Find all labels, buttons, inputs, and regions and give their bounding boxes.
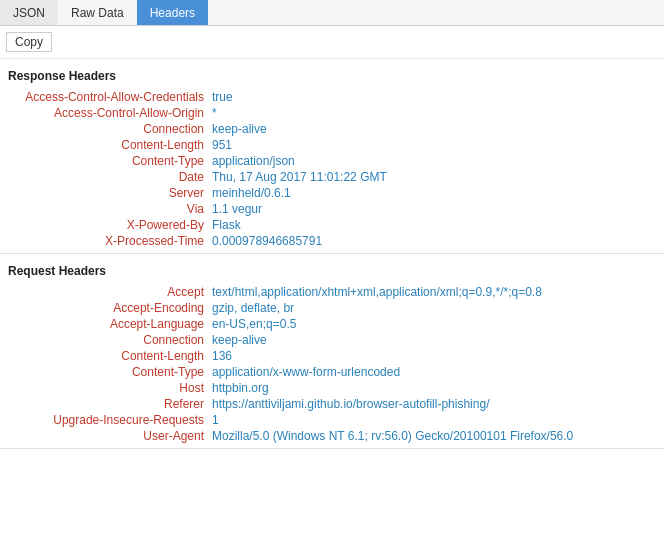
header-key: Content-Type — [8, 364, 208, 380]
response-headers-table: Access-Control-Allow-CredentialstrueAcce… — [8, 89, 656, 249]
table-row: Upgrade-Insecure-Requests1 — [8, 412, 656, 428]
header-key: X-Powered-By — [8, 217, 208, 233]
header-value: * — [208, 105, 656, 121]
table-row: Via1.1 vegur — [8, 201, 656, 217]
header-value: keep-alive — [208, 121, 656, 137]
header-link[interactable]: https://anttiviljami.github.io/browser-a… — [212, 397, 489, 411]
header-key: Upgrade-Insecure-Requests — [8, 412, 208, 428]
table-row: X-Powered-ByFlask — [8, 217, 656, 233]
header-key: Referer — [8, 396, 208, 412]
header-value: 951 — [208, 137, 656, 153]
table-row: Hosthttpbin.org — [8, 380, 656, 396]
header-value: 136 — [208, 348, 656, 364]
header-value: Mozilla/5.0 (Windows NT 6.1; rv:56.0) Ge… — [208, 428, 656, 444]
table-row: Access-Control-Allow-Origin* — [8, 105, 656, 121]
header-value: Thu, 17 Aug 2017 11:01:22 GMT — [208, 169, 656, 185]
header-key: Content-Length — [8, 348, 208, 364]
header-key: Connection — [8, 332, 208, 348]
header-key: Accept-Encoding — [8, 300, 208, 316]
header-key: Accept-Language — [8, 316, 208, 332]
table-row: Refererhttps://anttiviljami.github.io/br… — [8, 396, 656, 412]
table-row: Content-Typeapplication/json — [8, 153, 656, 169]
header-key: Access-Control-Allow-Origin — [8, 105, 208, 121]
header-key: Access-Control-Allow-Credentials — [8, 89, 208, 105]
header-value: 1 — [208, 412, 656, 428]
table-row: Accepttext/html,application/xhtml+xml,ap… — [8, 284, 656, 300]
header-value: Flask — [208, 217, 656, 233]
header-value: application/json — [208, 153, 656, 169]
response-headers-title: Response Headers — [8, 69, 656, 83]
header-value: en-US,en;q=0.5 — [208, 316, 656, 332]
table-row: Content-Length136 — [8, 348, 656, 364]
header-value: application/x-www-form-urlencoded — [208, 364, 656, 380]
header-value: 1.1 vegur — [208, 201, 656, 217]
tab-bar: JSON Raw Data Headers — [0, 0, 664, 26]
header-key: Date — [8, 169, 208, 185]
header-value: true — [208, 89, 656, 105]
header-value[interactable]: https://anttiviljami.github.io/browser-a… — [208, 396, 656, 412]
request-headers-title: Request Headers — [8, 264, 656, 278]
request-headers-table: Accepttext/html,application/xhtml+xml,ap… — [8, 284, 656, 444]
header-key: Content-Length — [8, 137, 208, 153]
header-key: Host — [8, 380, 208, 396]
table-row: DateThu, 17 Aug 2017 11:01:22 GMT — [8, 169, 656, 185]
table-row: User-AgentMozilla/5.0 (Windows NT 6.1; r… — [8, 428, 656, 444]
tab-raw-data[interactable]: Raw Data — [58, 0, 137, 25]
table-row: Accept-Encodinggzip, deflate, br — [8, 300, 656, 316]
copy-button[interactable]: Copy — [6, 32, 52, 52]
header-key: User-Agent — [8, 428, 208, 444]
tab-json[interactable]: JSON — [0, 0, 58, 25]
header-value: meinheld/0.6.1 — [208, 185, 656, 201]
table-row: Connectionkeep-alive — [8, 332, 656, 348]
header-value: keep-alive — [208, 332, 656, 348]
request-headers-section: Request Headers Accepttext/html,applicat… — [0, 254, 664, 449]
header-link[interactable]: httpbin.org — [212, 381, 269, 395]
response-headers-section: Response Headers Access-Control-Allow-Cr… — [0, 59, 664, 254]
table-row: Servermeinheld/0.6.1 — [8, 185, 656, 201]
table-row: Connectionkeep-alive — [8, 121, 656, 137]
table-row: Accept-Languageen-US,en;q=0.5 — [8, 316, 656, 332]
table-row: X-Processed-Time0.000978946685791 — [8, 233, 656, 249]
table-row: Content-Length951 — [8, 137, 656, 153]
header-key: Content-Type — [8, 153, 208, 169]
table-row: Access-Control-Allow-Credentialstrue — [8, 89, 656, 105]
header-key: Server — [8, 185, 208, 201]
header-value: text/html,application/xhtml+xml,applicat… — [208, 284, 656, 300]
table-row: Content-Typeapplication/x-www-form-urlen… — [8, 364, 656, 380]
header-key: Accept — [8, 284, 208, 300]
header-value: gzip, deflate, br — [208, 300, 656, 316]
header-key: Connection — [8, 121, 208, 137]
header-key: X-Processed-Time — [8, 233, 208, 249]
header-value[interactable]: httpbin.org — [208, 380, 656, 396]
header-value: 0.000978946685791 — [208, 233, 656, 249]
header-key: Via — [8, 201, 208, 217]
tab-headers[interactable]: Headers — [137, 0, 208, 25]
copy-bar: Copy — [0, 26, 664, 59]
